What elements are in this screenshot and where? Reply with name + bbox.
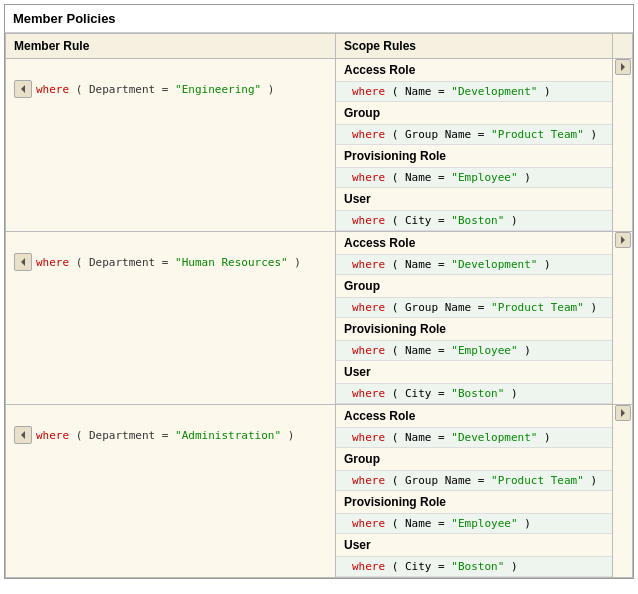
scope-section-header: User bbox=[336, 361, 612, 384]
left-arrow-button[interactable] bbox=[14, 253, 32, 271]
member-rule-cell: where ( Department = "Engineering" ) bbox=[6, 59, 336, 232]
scope-section-header: Access Role bbox=[336, 59, 612, 82]
scope-rule-row: where ( Name = "Development" ) bbox=[336, 82, 612, 102]
scope-rule-row: where ( Group Name = "Product Team" ) bbox=[336, 125, 612, 145]
member-rule-cell: where ( Department = "Human Resources" ) bbox=[6, 232, 336, 405]
member-rule-text: where ( Department = "Human Resources" ) bbox=[36, 256, 331, 269]
member-rule-cell: where ( Department = "Administration" ) bbox=[6, 405, 336, 578]
svg-marker-1 bbox=[621, 63, 625, 71]
right-arrow-cell bbox=[613, 59, 633, 232]
scope-rules-cell: Access Rolewhere ( Name = "Development" … bbox=[336, 59, 613, 232]
page-title: Member Policies bbox=[5, 5, 633, 33]
right-arrow-button[interactable] bbox=[615, 59, 631, 75]
svg-marker-5 bbox=[621, 409, 625, 417]
scope-section-header: User bbox=[336, 534, 612, 557]
svg-marker-0 bbox=[21, 85, 25, 93]
svg-marker-2 bbox=[21, 258, 25, 266]
scope-section-header: Group bbox=[336, 102, 612, 125]
policies-table: Member Rule Scope Rules where ( Departme… bbox=[5, 33, 633, 578]
right-arrow-cell bbox=[613, 232, 633, 405]
scope-rule-row: where ( City = "Boston" ) bbox=[336, 557, 612, 577]
scope-rules-cell: Access Rolewhere ( Name = "Development" … bbox=[336, 405, 613, 578]
scope-section-header: Access Role bbox=[336, 232, 612, 255]
col-header-scope-rules: Scope Rules bbox=[336, 34, 613, 59]
svg-marker-3 bbox=[621, 236, 625, 244]
scope-rule-row: where ( Name = "Employee" ) bbox=[336, 341, 612, 361]
scope-rule-row: where ( City = "Boston" ) bbox=[336, 211, 612, 231]
member-rule-text: where ( Department = "Administration" ) bbox=[36, 429, 331, 442]
scope-section-header: Group bbox=[336, 275, 612, 298]
scope-rule-row: where ( Name = "Employee" ) bbox=[336, 168, 612, 188]
scope-section-header: User bbox=[336, 188, 612, 211]
scope-section-header: Group bbox=[336, 448, 612, 471]
right-arrow-button[interactable] bbox=[615, 405, 631, 421]
member-rule-text: where ( Department = "Engineering" ) bbox=[36, 83, 331, 96]
svg-marker-4 bbox=[21, 431, 25, 439]
scope-rules-cell: Access Rolewhere ( Name = "Development" … bbox=[336, 232, 613, 405]
right-arrow-button[interactable] bbox=[615, 232, 631, 248]
scope-rule-row: where ( City = "Boston" ) bbox=[336, 384, 612, 404]
left-arrow-button[interactable] bbox=[14, 80, 32, 98]
scope-section-header: Access Role bbox=[336, 405, 612, 428]
scope-rule-row: where ( Group Name = "Product Team" ) bbox=[336, 471, 612, 491]
scope-section-header: Provisioning Role bbox=[336, 491, 612, 514]
scope-rule-row: where ( Name = "Development" ) bbox=[336, 428, 612, 448]
scope-rule-row: where ( Name = "Development" ) bbox=[336, 255, 612, 275]
scope-section-header: Provisioning Role bbox=[336, 145, 612, 168]
left-arrow-button[interactable] bbox=[14, 426, 32, 444]
member-policies-panel: Member Policies Member Rule Scope Rules … bbox=[4, 4, 634, 579]
scope-rule-row: where ( Group Name = "Product Team" ) bbox=[336, 298, 612, 318]
col-header-member-rule: Member Rule bbox=[6, 34, 336, 59]
scope-section-header: Provisioning Role bbox=[336, 318, 612, 341]
scope-rule-row: where ( Name = "Employee" ) bbox=[336, 514, 612, 534]
right-arrow-cell bbox=[613, 405, 633, 578]
